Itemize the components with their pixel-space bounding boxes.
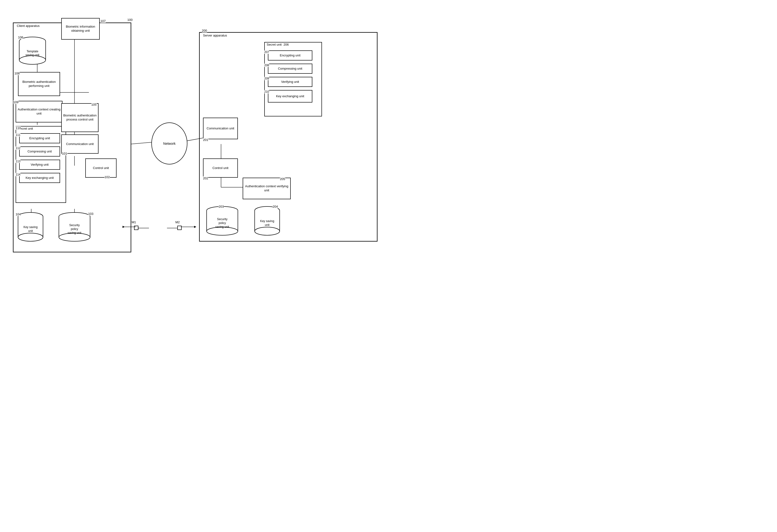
ref-112: 112 <box>16 146 20 150</box>
svg-text:Key saving: Key saving <box>23 226 38 229</box>
compressing-unit-server: Compressing unit <box>268 63 312 74</box>
ref-110: 110 <box>16 126 21 130</box>
svg-point-27 <box>19 56 46 64</box>
template-saving-unit: Template saving unit <box>18 36 47 65</box>
security-policy-unit-server: Security policy saving unit <box>205 205 239 237</box>
ref-106: 106 <box>18 35 23 39</box>
ref-203: 203 <box>219 205 224 209</box>
svg-text:Key saving: Key saving <box>260 220 274 223</box>
svg-point-57 <box>255 227 280 235</box>
control-unit-client: Control unit <box>85 158 117 178</box>
ref-210: 210 <box>264 90 269 93</box>
ref-105: 105 <box>91 103 97 106</box>
biometric-auth-performing-unit: Biometric authentication performing unit <box>18 72 60 96</box>
m2-label: M2 <box>176 221 180 224</box>
communication-unit-server: Communication unit <box>203 118 238 139</box>
security-policy-unit-client: Security policy saving unit <box>58 211 91 243</box>
ref-102: 102 <box>105 175 110 179</box>
diagram: Client apparatus 100 Biometric informati… <box>0 0 388 266</box>
svg-text:unit: unit <box>28 229 33 233</box>
key-exchanging-unit-client: Key exchanging unit <box>19 173 60 183</box>
auth-context-creating-unit: Authentication context creating unit <box>16 101 63 122</box>
key-exchanging-unit-server: Key exchanging unit <box>268 90 312 103</box>
biometric-info-unit: Biometric information obtaining unit <box>61 18 100 40</box>
svg-text:unit: unit <box>265 223 269 227</box>
ref-103: 103 <box>88 212 94 216</box>
verifying-unit-server: Verifying unit <box>268 77 312 87</box>
ref-109: 109 <box>13 100 18 104</box>
svg-text:policy: policy <box>219 221 226 225</box>
ref-206: 206 <box>284 43 289 46</box>
key-saving-unit-client: Key saving unit <box>17 211 44 243</box>
ref-204: 204 <box>273 205 278 209</box>
ref-104: 104 <box>16 213 21 216</box>
ref-208: 208 <box>264 63 269 67</box>
ref-202: 202 <box>203 176 208 180</box>
ref-108: 108 <box>14 72 20 75</box>
ref-113: 113 <box>16 160 20 163</box>
svg-text:Security: Security <box>217 218 227 221</box>
secret-unit-server-label: Secret unit <box>267 43 282 46</box>
ref-101: 101 <box>62 152 67 155</box>
ref-114: 114 <box>16 173 20 176</box>
ref-100: 100 <box>127 18 133 22</box>
encrypting-unit-server: Encrypting unit <box>268 50 312 60</box>
encrypting-unit-client: Encrypting unit <box>19 133 60 143</box>
ref-200: 200 <box>202 29 207 32</box>
ref-107: 107 <box>100 19 106 23</box>
compressing-unit-client: Compressing unit <box>19 146 60 156</box>
svg-text:saving unit: saving unit <box>68 231 82 235</box>
ref-207: 207 <box>264 50 269 54</box>
svg-text:Template: Template <box>27 50 38 53</box>
m2-arrow <box>180 225 197 229</box>
ref-201: 201 <box>203 138 208 142</box>
svg-text:policy: policy <box>71 227 78 231</box>
biometric-auth-control-unit: Biometric authentication process control… <box>61 103 99 132</box>
svg-point-34 <box>18 233 43 241</box>
verifying-unit-client: Verifying unit <box>19 160 60 170</box>
svg-text:saving unit: saving unit <box>25 53 39 57</box>
m1-label: M1 <box>132 221 136 224</box>
network-oval: Network <box>151 122 188 164</box>
auth-context-verifying-unit: Authentication context verifying unit <box>243 178 291 199</box>
svg-text:saving unit: saving unit <box>215 225 229 229</box>
svg-text:Security: Security <box>69 224 80 227</box>
ref-205: 205 <box>280 177 285 181</box>
control-unit-server: Control unit <box>203 158 238 178</box>
communication-unit-client: Communication unit <box>61 134 99 154</box>
m1-arrow <box>120 225 137 229</box>
ref-209: 209 <box>264 77 269 80</box>
ref-111: 111 <box>16 133 20 137</box>
client-apparatus-label: Client apparatus <box>17 24 40 28</box>
key-saving-unit-server: Key saving unit <box>253 205 281 237</box>
server-apparatus-label: Server apparatus <box>203 34 227 37</box>
